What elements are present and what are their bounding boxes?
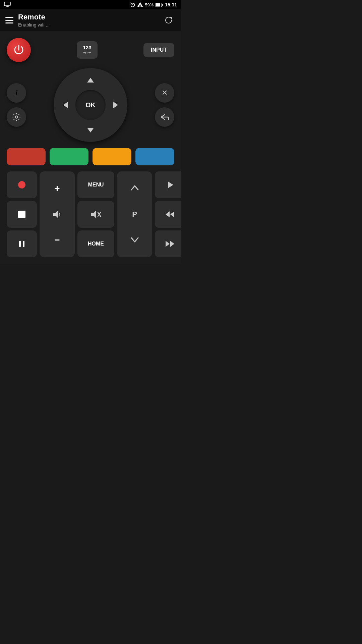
channel-down-icon — [130, 236, 139, 243]
settings-button[interactable] — [7, 107, 26, 127]
svg-rect-12 — [162, 4, 163, 6]
color-buttons-row — [7, 148, 174, 165]
input-button[interactable]: INPUT — [143, 43, 174, 57]
volume-up-button[interactable]: + — [54, 184, 60, 193]
menu-button[interactable] — [5, 17, 13, 23]
home-label: HOME — [88, 241, 104, 247]
pause-icon — [18, 240, 26, 248]
stop-icon — [18, 211, 25, 218]
blue-button[interactable] — [135, 148, 174, 165]
back-icon — [160, 113, 169, 121]
dpad-down-button[interactable] — [80, 121, 101, 139]
left-side-buttons: i — [7, 83, 26, 127]
alarm-icon — [130, 2, 135, 7]
svg-marker-16 — [63, 102, 68, 108]
time-display: 15:11 — [165, 2, 177, 7]
play-button[interactable] — [155, 171, 181, 198]
battery-icon — [156, 3, 163, 7]
gear-icon — [12, 113, 21, 121]
channel-down-button[interactable] — [130, 236, 139, 244]
svg-rect-19 — [23, 241, 24, 247]
signal-icon — [137, 2, 143, 7]
mute-icon — [90, 210, 101, 219]
svg-marker-25 — [166, 211, 170, 217]
svg-marker-27 — [166, 241, 170, 247]
svg-rect-11 — [156, 3, 160, 6]
volume-down-button[interactable]: − — [54, 235, 60, 245]
red-button[interactable] — [7, 148, 46, 165]
pause-button[interactable] — [7, 230, 37, 257]
svg-rect-18 — [19, 241, 21, 247]
play-icon — [166, 181, 174, 189]
svg-marker-26 — [170, 211, 174, 217]
power-icon — [13, 44, 25, 56]
record-button[interactable] — [7, 171, 37, 198]
svg-marker-15 — [87, 128, 94, 132]
info-icon: i — [15, 89, 17, 97]
status-bar: 59% 15:11 — [0, 0, 181, 9]
menu-label: MENU — [88, 182, 104, 187]
refresh-icon — [164, 16, 173, 24]
battery-percentage: 59% — [145, 2, 154, 7]
top-row: 123 ⇒↕⇐ INPUT — [7, 38, 174, 62]
svg-marker-20 — [53, 211, 58, 218]
svg-marker-21 — [91, 210, 96, 218]
dpad-row: i OK — [7, 68, 174, 142]
info-button[interactable]: i — [7, 83, 26, 103]
rewind-icon — [165, 211, 175, 218]
svg-marker-17 — [113, 102, 118, 108]
svg-marker-14 — [87, 78, 94, 83]
dpad-right-button[interactable] — [106, 95, 125, 115]
power-button[interactable] — [7, 38, 31, 62]
stop-button[interactable] — [7, 201, 37, 228]
dpad-left-button[interactable] — [56, 95, 75, 115]
volume-column: + − — [40, 171, 75, 257]
bottom-controls: + − MENU HOME — [7, 171, 174, 257]
channel-p-label: P — [132, 210, 137, 219]
header: Remote Enabling wifi ... — [0, 9, 181, 31]
close-button[interactable]: ✕ — [155, 83, 174, 103]
yellow-button[interactable] — [93, 148, 131, 165]
svg-marker-28 — [170, 241, 174, 247]
numpad-sub: ⇒↕⇐ — [83, 51, 91, 55]
numpad-button[interactable]: 123 ⇒↕⇐ — [77, 41, 97, 58]
channel-up-icon — [130, 184, 139, 191]
svg-line-7 — [134, 3, 135, 3]
right-side-buttons: ✕ — [155, 83, 174, 127]
fastforward-icon — [165, 240, 175, 248]
monitor-icon — [4, 2, 11, 8]
channel-column: P — [117, 171, 152, 257]
remote-body: 123 ⇒↕⇐ INPUT i — [0, 31, 181, 264]
fastforward-button[interactable] — [155, 230, 181, 257]
volume-icon — [52, 210, 62, 218]
home-button[interactable]: HOME — [77, 230, 114, 257]
menu-button-ctrl[interactable]: MENU — [77, 171, 114, 198]
wifi-status: Enabling wifi ... — [18, 22, 157, 28]
close-icon: ✕ — [162, 89, 168, 97]
channel-up-button[interactable] — [130, 184, 139, 192]
ok-button[interactable]: OK — [75, 90, 106, 120]
svg-point-13 — [15, 116, 18, 118]
numpad-label: 123 — [83, 45, 91, 51]
ok-label: OK — [85, 101, 96, 109]
svg-marker-24 — [168, 181, 173, 188]
input-label: INPUT — [151, 47, 167, 53]
header-title-block: Remote Enabling wifi ... — [18, 13, 157, 28]
dpad-up-button[interactable] — [80, 71, 101, 89]
svg-line-6 — [130, 3, 131, 3]
mute-button[interactable] — [77, 201, 114, 228]
dpad: OK — [54, 68, 127, 142]
record-icon — [18, 181, 25, 189]
rewind-button[interactable] — [155, 201, 181, 228]
green-button[interactable] — [50, 148, 88, 165]
back-button[interactable] — [155, 107, 174, 127]
refresh-button[interactable] — [162, 13, 176, 27]
svg-rect-0 — [4, 2, 10, 6]
app-title: Remote — [18, 13, 157, 21]
